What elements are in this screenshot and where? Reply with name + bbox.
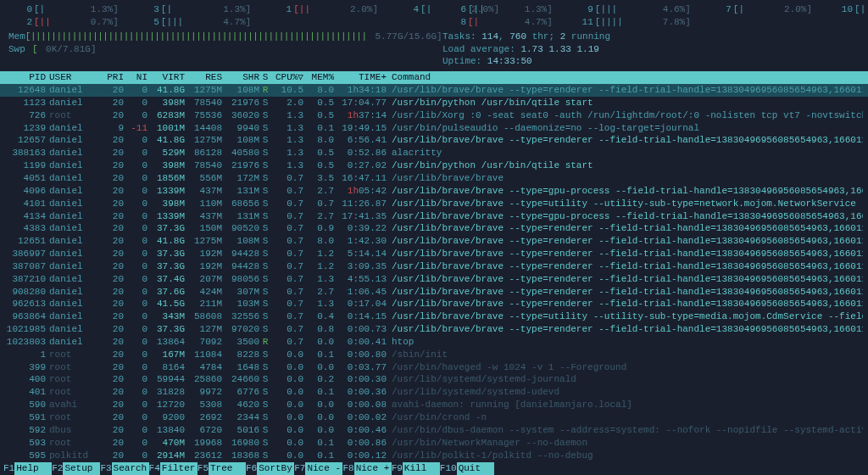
process-row[interactable]: 4096daniel2001339M437M131MS0.72.71h05:42… [0, 185, 868, 198]
cpu-meter-3: 3[|1.3%] [136, 3, 251, 16]
mem-label: Mem [8, 31, 25, 43]
cpu-meter-6: 6[||1.3%] [442, 3, 553, 16]
process-row[interactable]: 1199daniel200398M7854021976S1.30.50:27.0… [0, 159, 868, 172]
process-row[interactable]: 963864daniel200343M5860832556S0.70.40:14… [0, 310, 868, 323]
process-row[interactable]: 387210daniel20037.4G207M98056S0.71.34:55… [0, 273, 868, 286]
process-row[interactable]: 4134daniel2001339M437M131MS0.72.717:41.3… [0, 210, 868, 223]
fkey-label-quit[interactable]: Quit [457, 462, 494, 475]
fkey-f7: F7 [294, 462, 305, 475]
process-row[interactable]: 4101daniel200398M110M68656S0.70.711:26.8… [0, 198, 868, 210]
fkey-label-setup[interactable]: Setup [63, 462, 100, 475]
header-ni[interactable]: NI [124, 71, 147, 84]
mem-meter: [|||||||||||||||||||||||||||||||||||||||… [25, 31, 367, 43]
cpu-meter-10: 10[||3.3%] [829, 3, 868, 16]
process-row[interactable]: 593root200470M1996816980S0.00.10:00.86/u… [0, 437, 868, 450]
process-header[interactable]: PID USER PRI NI VIRT RES SHR S CPU%▽ MEM… [0, 71, 868, 84]
fkey-f8: F8 [342, 462, 353, 475]
fkey-label-help[interactable]: Help [14, 462, 52, 475]
fkey-f6: F6 [246, 462, 257, 475]
cpu-meter-0: 0[|1.3%] [8, 3, 119, 16]
header-pri[interactable]: PRI [97, 71, 124, 84]
cpu-meter-2: 2[||0.7%] [8, 16, 119, 29]
process-row[interactable]: 1023803daniel2001386470923500R0.70.00:00… [0, 336, 868, 349]
tasks-count: 114 [481, 31, 498, 42]
process-row[interactable]: 4383daniel20037.3G150M90520S0.70.90:39.2… [0, 222, 868, 235]
process-row[interactable]: 1021985daniel20037.3G127M97020S0.70.80:0… [0, 323, 868, 336]
cpu-meter-8: 8[|4.7%] [442, 16, 553, 29]
process-row[interactable]: 400root200599442586024660S0.00.20:00.30/… [0, 373, 868, 386]
header-time[interactable]: TIME+ [334, 71, 387, 84]
cpu-meter-7: 7[|2.0%] [708, 3, 812, 16]
process-row[interactable]: 1123daniel200398M7854021976S2.00.517:04.… [0, 97, 868, 109]
fkey-f10: F10 [440, 462, 457, 475]
process-list[interactable]: 12648daniel20041.8G1275M108MR10.58.01h34… [0, 84, 868, 475]
process-row[interactable]: 12657daniel20041.8G1275M108MS1.38.06:56.… [0, 134, 868, 147]
fkey-label-filter[interactable]: Filter [160, 462, 198, 475]
fkey-f1: F1 [3, 462, 14, 475]
cpu-meter-1: 1[||2.0%] [268, 3, 378, 16]
header-mem[interactable]: MEM% [303, 71, 334, 84]
process-row[interactable]: 726root2006283M7553636020S1.30.51h37:14/… [0, 109, 868, 122]
process-row[interactable]: 590avahi2001272053084620S0.00.00:00.08av… [0, 399, 868, 411]
fkey-label-kill[interactable]: Kill [403, 462, 440, 475]
threads-count: 760 [509, 31, 526, 42]
process-row[interactable]: 1root200167M110848228S0.00.10:00.80/sbin… [0, 349, 868, 361]
fkey-label-nice--[interactable]: Nice - [305, 462, 342, 475]
process-row[interactable]: 386997daniel20037.3G192M94428S0.71.25:14… [0, 248, 868, 260]
process-row[interactable]: 591root200920026922344S0.00.00:00.02/usr… [0, 411, 868, 424]
load-average: 1.73 1.33 1.19 [520, 44, 598, 54]
process-row[interactable]: 388163daniel200529M8612840580S1.30.50:52… [0, 147, 868, 159]
header-s[interactable]: S [259, 71, 271, 84]
fkey-label-tree[interactable]: Tree [209, 462, 246, 475]
process-row[interactable]: 4051daniel2001856M556M172MS0.73.516:47.1… [0, 172, 868, 185]
process-row[interactable]: 399root200816447841648S0.00.00:03.77/usr… [0, 361, 868, 374]
header-command[interactable]: Command [387, 71, 863, 84]
header-virt[interactable]: VIRT [147, 71, 185, 84]
fkey-f4: F4 [149, 462, 160, 475]
fkey-f9: F9 [392, 462, 403, 475]
process-row[interactable]: 12648daniel20041.8G1275M108MR10.58.01h34… [0, 84, 868, 97]
tasks-label: Tasks: [442, 31, 481, 42]
header-shr[interactable]: SHR [222, 71, 259, 84]
header-res[interactable]: RES [185, 71, 222, 84]
process-row[interactable]: 1239daniel9-111001M144089940S1.30.119:49… [0, 122, 868, 135]
swp-label: Swp [8, 43, 32, 56]
function-key-bar: F1HelpF2SetupF3SearchF4FilterF5TreeF6Sor… [0, 462, 868, 475]
load-label: Load average: [442, 44, 520, 54]
uptime-value: 14:33:50 [487, 56, 532, 66]
swp-value: 0K/7.81G] [46, 43, 96, 56]
cpu-meter-9: 9[|||4.6%] [570, 3, 691, 16]
process-row[interactable]: 595polkitd2002914M2361218368S0.00.10:00.… [0, 450, 868, 462]
fkey-f3: F3 [100, 462, 111, 475]
mem-value: 5.77G/15.6G] [375, 31, 442, 43]
fkey-f5: F5 [198, 462, 209, 475]
cpu-meter-5: 5[|||4.7%] [136, 16, 251, 29]
process-row[interactable]: 962613daniel20041.5G211M103MS0.71.30:17.… [0, 298, 868, 310]
header-cpu[interactable]: CPU%▽ [271, 71, 303, 84]
cpu-meter-11: 11[||||7.8%] [570, 16, 691, 29]
header-user[interactable]: USER [46, 71, 97, 84]
fkey-f2: F2 [52, 462, 63, 475]
uptime-label: Uptime: [442, 56, 487, 66]
process-row[interactable]: 592dbus2001384067205016S0.00.00:00.46/us… [0, 424, 868, 437]
process-row[interactable]: 387087daniel20037.3G192M94428S0.71.23:09… [0, 260, 868, 273]
swp-meter: [ [32, 43, 37, 56]
process-row[interactable]: 401root2003182899726776S0.00.10:00.36/us… [0, 386, 868, 399]
process-row[interactable]: 908280daniel20037.6G424M307MS0.72.71:06.… [0, 286, 868, 299]
fkey-label-nice-+[interactable]: Nice + [354, 462, 392, 475]
header-pid[interactable]: PID [5, 71, 46, 84]
fkey-label-sortby[interactable]: SortBy [257, 462, 294, 475]
fkey-label-search[interactable]: Search [112, 462, 149, 475]
process-row[interactable]: 12651daniel20041.8G1275M108MS0.78.01:42.… [0, 235, 868, 248]
